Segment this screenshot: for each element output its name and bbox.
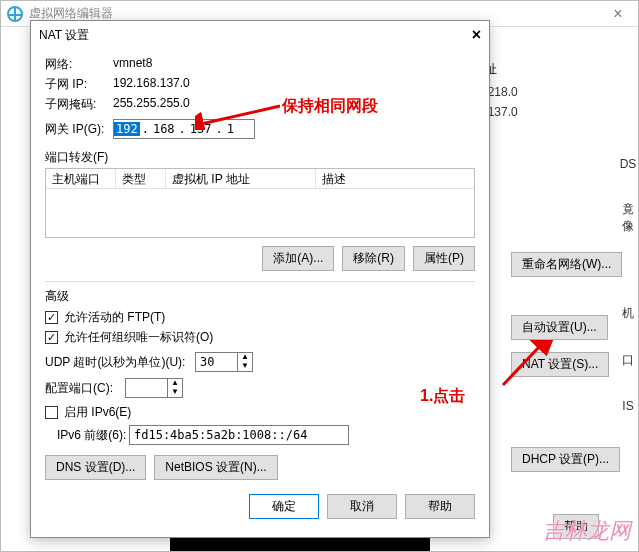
nat-settings-button[interactable]: NAT 设置(S)... xyxy=(511,352,609,377)
table-header: 主机端口 类型 虚拟机 IP 地址 描述 xyxy=(46,169,474,189)
edge-seg: 竟像 xyxy=(618,201,638,235)
dhcp-settings-button[interactable]: DHCP 设置(P)... xyxy=(511,447,620,472)
enable-ipv6-label: 启用 IPv6(E) xyxy=(64,404,131,421)
netbios-settings-button[interactable]: NetBIOS 设置(N)... xyxy=(154,455,277,480)
ipv6-prefix-label: IPv6 前缀(6): xyxy=(57,427,129,444)
dialog-title: NAT 设置 xyxy=(39,27,89,44)
chevron-down-icon[interactable]: ▼ xyxy=(238,362,252,371)
network-label: 网络: xyxy=(45,56,113,73)
spinner-arrows[interactable]: ▲ ▼ xyxy=(167,379,182,397)
allow-oui-label: 允许任何组织唯一标识符(O) xyxy=(64,329,213,346)
edge-seg: DS xyxy=(618,157,638,171)
help-button[interactable]: 帮助 xyxy=(405,494,475,519)
checkbox-checked-icon[interactable] xyxy=(45,311,58,324)
allow-ftp-label: 允许活动的 FTP(T) xyxy=(64,309,165,326)
th-vm-ip: 虚拟机 IP 地址 xyxy=(166,169,316,188)
advanced-label: 高级 xyxy=(45,288,475,305)
enable-ipv6-row[interactable]: 启用 IPv6(E) xyxy=(45,404,475,421)
udp-timeout-label: UDP 超时(以秒为单位)(U): xyxy=(45,354,195,371)
rename-network-button[interactable]: 重命名网络(W)... xyxy=(511,252,622,277)
edge-seg: 口 xyxy=(618,352,638,369)
chevron-down-icon[interactable]: ▼ xyxy=(168,388,182,397)
th-type: 类型 xyxy=(116,169,166,188)
gateway-oct2[interactable]: 168 xyxy=(151,122,177,136)
ok-button[interactable]: 确定 xyxy=(249,494,319,519)
gateway-label: 网关 IP(G): xyxy=(45,121,113,138)
close-icon[interactable]: × xyxy=(598,5,638,23)
config-port-input[interactable]: ▲ ▼ xyxy=(125,378,183,398)
gateway-oct1[interactable]: 192 xyxy=(114,122,140,136)
gateway-row: 网关 IP(G): 192 . 168 . 137 . 1 xyxy=(45,119,475,139)
network-value: vmnet8 xyxy=(113,56,152,73)
spinner-arrows[interactable]: ▲ ▼ xyxy=(237,353,252,371)
th-desc: 描述 xyxy=(316,169,474,188)
dns-settings-button[interactable]: DNS 设置(D)... xyxy=(45,455,146,480)
ip-dot: . xyxy=(177,122,188,136)
nat-settings-dialog: NAT 设置 × 网络: vmnet8 子网 IP: 192.168.137.0… xyxy=(30,20,490,538)
properties-button[interactable]: 属性(P) xyxy=(413,246,475,271)
ip-dot: . xyxy=(214,122,225,136)
edge-seg: IS xyxy=(618,399,638,413)
udp-timeout-row: UDP 超时(以秒为单位)(U): 30 ▲ ▼ xyxy=(45,352,475,372)
subnet-ip-label: 子网 IP: xyxy=(45,76,113,93)
checkbox-unchecked-icon[interactable] xyxy=(45,406,58,419)
port-forward-label: 端口转发(F) xyxy=(45,149,475,166)
add-button[interactable]: 添加(A)... xyxy=(262,246,334,271)
remove-button[interactable]: 移除(R) xyxy=(342,246,405,271)
dialog-body: 网络: vmnet8 子网 IP: 192.168.137.0 子网掩码: 25… xyxy=(31,49,489,480)
udp-timeout-value[interactable]: 30 xyxy=(196,355,237,369)
subnet-ip-value: 192.168.137.0 xyxy=(113,76,190,93)
dns-buttons-row: DNS 设置(D)... NetBIOS 设置(N)... xyxy=(45,455,475,480)
th-host-port: 主机端口 xyxy=(46,169,116,188)
gateway-oct3[interactable]: 137 xyxy=(188,122,214,136)
udp-timeout-input[interactable]: 30 ▲ ▼ xyxy=(195,352,253,372)
dialog-footer: 确定 取消 帮助 xyxy=(31,494,489,529)
network-row: 网络: vmnet8 xyxy=(45,56,475,73)
checkbox-checked-icon[interactable] xyxy=(45,331,58,344)
config-port-row: 配置端口(C): ▲ ▼ xyxy=(45,378,475,398)
edge-seg: 机 xyxy=(618,305,638,322)
cancel-button[interactable]: 取消 xyxy=(327,494,397,519)
port-forward-buttons: 添加(A)... 移除(R) 属性(P) xyxy=(45,246,475,271)
subnet-mask-value: 255.255.255.0 xyxy=(113,96,190,113)
globe-icon xyxy=(7,6,23,22)
subnet-ip-row: 子网 IP: 192.168.137.0 xyxy=(45,76,475,93)
watermark: 吉林龙网 xyxy=(543,516,631,546)
annotation-same-segment: 保持相同网段 xyxy=(282,96,378,117)
right-edge-text: DS 竟像 机 口 IS xyxy=(618,27,638,551)
port-forward-table[interactable]: 主机端口 类型 虚拟机 IP 地址 描述 xyxy=(45,168,475,238)
config-port-label: 配置端口(C): xyxy=(45,380,125,397)
subnet-mask-label: 子网掩码: xyxy=(45,96,113,113)
ip-dot: . xyxy=(140,122,151,136)
subnet-mask-row: 子网掩码: 255.255.255.0 xyxy=(45,96,475,113)
ipv6-prefix-row: IPv6 前缀(6): xyxy=(57,425,475,445)
ipv6-prefix-input[interactable] xyxy=(129,425,349,445)
gateway-oct4[interactable]: 1 xyxy=(225,122,236,136)
separator xyxy=(45,281,475,282)
gateway-ip-input[interactable]: 192 . 168 . 137 . 1 xyxy=(113,119,255,139)
allow-oui-row[interactable]: 允许任何组织唯一标识符(O) xyxy=(45,329,475,346)
dialog-titlebar: NAT 设置 × xyxy=(31,21,489,49)
annotation-click1: 1.点击 xyxy=(420,386,465,407)
close-icon[interactable]: × xyxy=(472,26,481,44)
allow-ftp-row[interactable]: 允许活动的 FTP(T) xyxy=(45,309,475,326)
auto-settings-button[interactable]: 自动设置(U)... xyxy=(511,315,608,340)
